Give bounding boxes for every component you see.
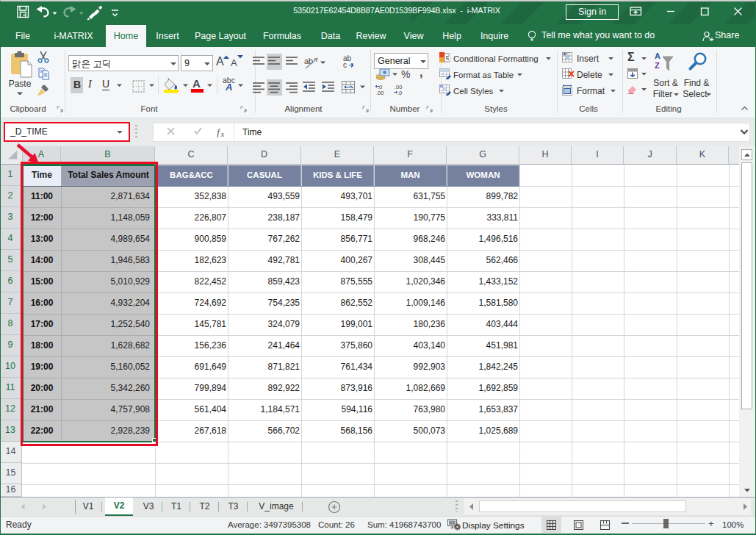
svg-text:x: x xyxy=(220,130,225,138)
svg-text:.00: .00 xyxy=(376,90,384,96)
svg-text:c: c xyxy=(343,61,347,69)
svg-text:.0: .0 xyxy=(397,90,402,96)
svg-text:ab: ab xyxy=(304,57,313,65)
